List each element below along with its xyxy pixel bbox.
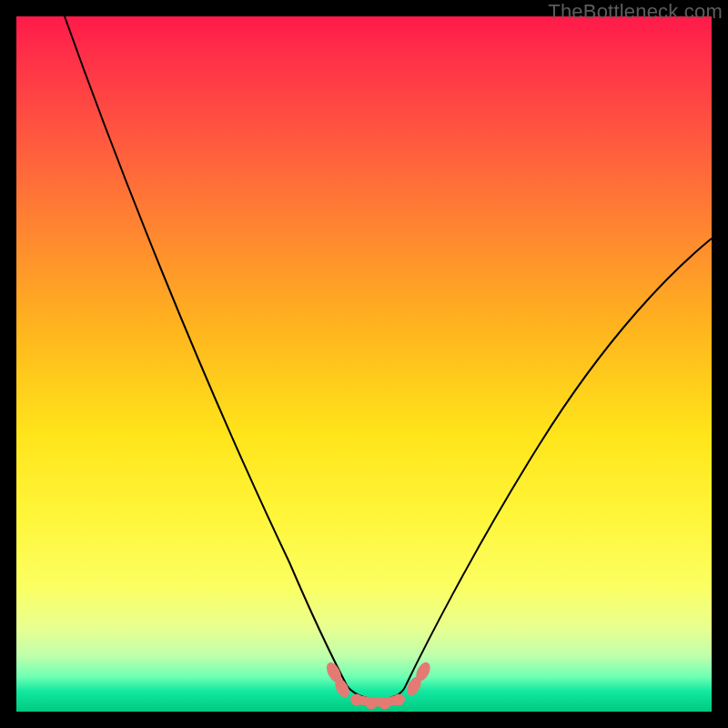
curve-right-branch	[406, 238, 712, 685]
curve-left-branch	[65, 16, 347, 685]
plot-area	[16, 16, 712, 712]
chart-frame: TheBottleneck.com	[0, 0, 728, 728]
marker-floor-a	[351, 694, 363, 706]
marker-floor-c	[379, 698, 391, 710]
marker-floor-d	[393, 694, 405, 706]
watermark-text: TheBottleneck.com	[548, 0, 723, 24]
chart-svg	[16, 16, 712, 712]
marker-floor-b	[366, 698, 378, 710]
